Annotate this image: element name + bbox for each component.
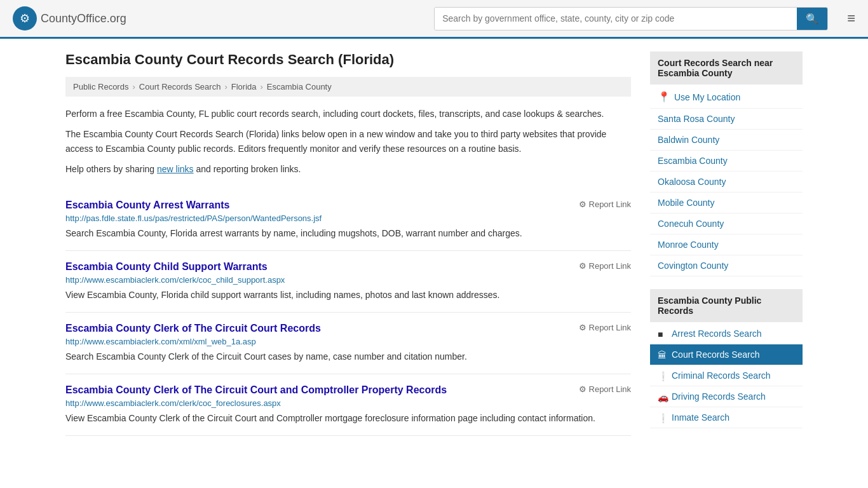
report-link[interactable]: ⚙ Report Link: [579, 261, 631, 271]
court-icon: 🏛: [658, 350, 667, 359]
logo[interactable]: ⚙ CountyOffice.org: [13, 6, 126, 30]
use-my-location[interactable]: 📍 Use My Location: [650, 86, 803, 109]
public-records-heading: Escambia County Public Records: [650, 289, 803, 322]
result-title[interactable]: Escambia County Clerk of The Circuit Cou…: [65, 323, 321, 334]
inmate-icon: ❕: [658, 413, 667, 422]
content-area: Escambia County Court Records Search (Fl…: [65, 51, 631, 441]
result-desc: View Escambia County Clerk of the Circui…: [65, 412, 631, 425]
result-url[interactable]: http://www.escambiaclerk.com/clerk/coc_f…: [65, 398, 631, 408]
breadcrumb-florida[interactable]: Florida: [231, 82, 257, 92]
pub-rec-criminal[interactable]: ❕ Criminal Records Search: [650, 365, 803, 386]
result-item: Escambia County Clerk of The Circuit Cou…: [65, 313, 631, 374]
nearby-section: Court Records Search near Escambia Count…: [650, 51, 803, 276]
result-title[interactable]: Escambia County Clerk of The Circuit Cou…: [65, 384, 447, 396]
pub-rec-court[interactable]: 🏛 Court Records Search: [650, 344, 803, 365]
logo-icon: ⚙: [13, 6, 37, 30]
use-my-location-link[interactable]: Use My Location: [674, 92, 740, 102]
sidebar-county-okaloosa[interactable]: Okaloosa County: [650, 172, 803, 193]
breadcrumb: Public Records › Court Records Search › …: [65, 77, 631, 97]
report-icon: ⚙: [579, 261, 587, 271]
sidebar-county-escambia[interactable]: Escambia County: [650, 151, 803, 172]
result-desc: Search Escambia County Clerk of the Circ…: [65, 350, 631, 363]
report-link[interactable]: ⚙ Report Link: [579, 200, 631, 209]
logo-text: CountyOffice.org: [41, 12, 126, 25]
result-url[interactable]: http://pas.fdle.state.fl.us/pas/restrict…: [65, 214, 631, 223]
result-title[interactable]: Escambia County Child Support Warrants: [65, 261, 268, 273]
description-1: Perform a free Escambia County, FL publi…: [65, 107, 631, 121]
sidebar-county-conecuh[interactable]: Conecuh County: [650, 214, 803, 234]
result-url[interactable]: http://www.escambiaclerk.com/clerk/coc_c…: [65, 275, 631, 285]
sidebar: Court Records Search near Escambia Count…: [650, 51, 803, 441]
search-bar: 🔍: [434, 7, 828, 30]
result-desc: View Escambia County, Florida child supp…: [65, 288, 631, 302]
pub-rec-driving[interactable]: 🚗 Driving Records Search: [650, 386, 803, 407]
driving-icon: 🚗: [658, 392, 667, 401]
sidebar-county-mobile[interactable]: Mobile County: [650, 193, 803, 214]
breadcrumb-court-records[interactable]: Court Records Search: [139, 82, 221, 92]
location-icon: 📍: [658, 91, 670, 103]
site-header: ⚙ CountyOffice.org 🔍 ≡: [0, 0, 868, 39]
breadcrumb-current: Escambia County: [267, 82, 332, 92]
sidebar-county-monroe[interactable]: Monroe County: [650, 234, 803, 255]
result-header: Escambia County Arrest Warrants ⚙ Report…: [65, 200, 631, 211]
sidebar-county-covington[interactable]: Covington County: [650, 255, 803, 276]
report-icon: ⚙: [579, 200, 587, 209]
search-input[interactable]: [435, 8, 797, 30]
report-link[interactable]: ⚙ Report Link: [579, 384, 631, 394]
result-item: Escambia County Child Support Warrants ⚙…: [65, 251, 631, 313]
report-link[interactable]: ⚙ Report Link: [579, 323, 631, 332]
result-header: Escambia County Child Support Warrants ⚙…: [65, 261, 631, 273]
results-list: Escambia County Arrest Warrants ⚙ Report…: [65, 189, 631, 436]
result-item: Escambia County Arrest Warrants ⚙ Report…: [65, 189, 631, 251]
page-title: Escambia County Court Records Search (Fl…: [65, 51, 631, 68]
result-url[interactable]: http://www.escambiaclerk.com/xml/xml_web…: [65, 337, 631, 346]
result-desc: Search Escambia County, Florida arrest w…: [65, 227, 631, 240]
help-text: Help others by sharing new links and rep…: [65, 162, 631, 176]
report-icon: ⚙: [579, 323, 587, 332]
criminal-icon: ❕: [658, 371, 667, 380]
nearby-heading: Court Records Search near Escambia Count…: [650, 51, 803, 85]
result-header: Escambia County Clerk of The Circuit Cou…: [65, 323, 631, 334]
report-icon: ⚙: [579, 384, 587, 394]
public-records-section: Escambia County Public Records ■ Arrest …: [650, 289, 803, 428]
arrest-icon: ■: [658, 329, 667, 338]
sidebar-county-baldwin[interactable]: Baldwin County: [650, 130, 803, 151]
result-header: Escambia County Clerk of The Circuit Cou…: [65, 384, 631, 396]
menu-icon[interactable]: ≡: [847, 10, 855, 27]
search-button[interactable]: 🔍: [797, 8, 827, 30]
pub-rec-arrest[interactable]: ■ Arrest Records Search: [650, 323, 803, 344]
pub-rec-inmate[interactable]: ❕ Inmate Search: [650, 407, 803, 428]
description-2: The Escambia County Court Records Search…: [65, 127, 631, 156]
breadcrumb-public-records[interactable]: Public Records: [73, 82, 128, 92]
result-item: Escambia County Clerk of The Circuit Cou…: [65, 374, 631, 436]
new-links[interactable]: new links: [157, 164, 194, 174]
sidebar-county-santa-rosa[interactable]: Santa Rosa County: [650, 109, 803, 130]
main-container: Escambia County Court Records Search (Fl…: [53, 39, 815, 454]
result-title[interactable]: Escambia County Arrest Warrants: [65, 200, 229, 211]
